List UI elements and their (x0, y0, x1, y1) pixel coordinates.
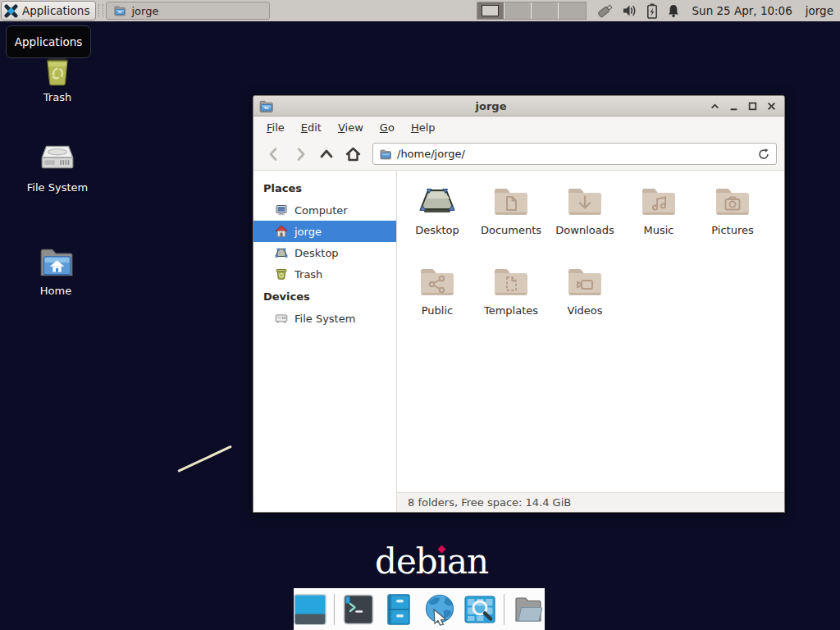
window-close-button[interactable] (765, 99, 778, 112)
menu-help[interactable]: Help (403, 118, 444, 137)
directory-menu-folder-icon (512, 593, 545, 626)
app-finder-icon (463, 593, 496, 626)
sidebar-header-devices: Devices (253, 285, 396, 308)
home-button[interactable] (340, 143, 366, 166)
system-tray (596, 2, 681, 19)
menu-file[interactable]: File (258, 118, 293, 137)
file-cabinet-icon (382, 593, 415, 626)
sidebar-item-label: jorge (294, 226, 322, 238)
back-icon (265, 145, 283, 163)
file-item-templates[interactable]: Templates (474, 262, 548, 343)
panel-grip[interactable] (98, 4, 103, 17)
menu-go[interactable]: Go (372, 118, 403, 137)
window-minimize-button[interactable] (727, 99, 740, 112)
dock-separator (504, 594, 504, 625)
window-maximize-button[interactable] (746, 99, 759, 112)
desktop-icon-home[interactable]: Home (15, 241, 97, 297)
shade-icon (710, 102, 719, 111)
workspace-4[interactable] (559, 2, 586, 19)
desktop-mini-icon (275, 246, 288, 259)
workspace-1[interactable] (477, 2, 504, 19)
taskbar-window-label: jorge (131, 5, 158, 17)
computer-icon (275, 203, 288, 217)
folder-camera-icon (713, 182, 752, 221)
top-panel: Applications jorge (0, 0, 840, 21)
menu-bar: File Edit View Go Help (253, 116, 784, 138)
taskbar-window-button[interactable]: jorge (106, 2, 270, 20)
file-item-label: Videos (567, 304, 602, 317)
sidebar-item-trash[interactable]: Trash (253, 263, 396, 285)
desktop-icon (418, 182, 457, 221)
panel-clock[interactable]: Sun 25 Apr, 10:06 (692, 4, 792, 17)
debian-logo-part1: deb (375, 541, 437, 582)
dock-terminal-button[interactable] (342, 592, 375, 626)
window-titlebar[interactable]: jorge (253, 96, 784, 116)
applications-menu-icon (4, 4, 18, 18)
dock-show-desktop-button[interactable] (294, 592, 326, 626)
folder-music-icon (639, 182, 678, 221)
workspace-3[interactable] (532, 2, 559, 19)
file-item-public[interactable]: Public (400, 262, 474, 343)
volume-icon[interactable] (622, 3, 638, 18)
applications-menu-button[interactable]: Applications (1, 1, 96, 21)
workspace-2[interactable] (504, 2, 532, 19)
window-title: jorge (274, 100, 708, 112)
folder-share-icon (418, 262, 457, 302)
toolbar: /home/jorge/ (253, 138, 784, 171)
sidebar-item-file-system[interactable]: File System (253, 308, 396, 329)
dock-file-manager-button[interactable] (382, 592, 415, 626)
menu-view[interactable]: View (330, 118, 372, 137)
workspace-window-preview (482, 5, 499, 16)
file-item-label: Downloads (555, 224, 614, 236)
file-item-label: Desktop (415, 224, 459, 236)
forward-button[interactable] (287, 143, 313, 166)
file-item-music[interactable]: Music (622, 182, 696, 262)
drive-mini-icon (275, 312, 288, 325)
sidebar-item-desktop[interactable]: Desktop (253, 242, 396, 263)
sidebar-header-places: Places (253, 176, 396, 199)
desktop-icon-label: Home (40, 285, 71, 297)
debian-logo-part2: an (447, 541, 488, 582)
sidebar-item-jorge[interactable]: jorge (253, 221, 396, 242)
home-icon (344, 145, 363, 163)
up-icon (317, 145, 336, 163)
removable-device-icon[interactable] (596, 2, 614, 19)
file-view[interactable]: Desktop Documents (397, 171, 784, 492)
dock-directory-menu-button[interactable] (512, 592, 545, 626)
notifications-bell-icon[interactable] (666, 3, 681, 19)
up-button[interactable] (313, 143, 340, 166)
path-folder-icon (379, 148, 392, 160)
sidebar-item-label: Desktop (294, 247, 339, 259)
file-item-desktop[interactable]: Desktop (400, 182, 474, 262)
desktop-icon-file-system[interactable]: File System (16, 138, 98, 194)
battery-charging-icon[interactable] (646, 3, 659, 19)
folder-template-icon (491, 262, 531, 302)
desktop-icon-label: Trash (43, 91, 71, 103)
file-manager-window: jorge File Edit View Go Help (253, 95, 785, 513)
panel-username[interactable]: jorge (806, 4, 833, 17)
folder-download-icon (565, 182, 605, 221)
sidebar-item-computer[interactable]: Computer (253, 199, 396, 221)
trash-mini-icon (275, 267, 288, 281)
minimize-icon (729, 102, 738, 111)
show-desktop-icon (294, 593, 326, 626)
dock (294, 588, 545, 630)
folder-document-icon (491, 182, 531, 221)
file-item-label: Documents (481, 224, 541, 236)
dock-web-browser-button[interactable] (423, 592, 456, 626)
home-red-icon (275, 225, 288, 238)
menu-edit[interactable]: Edit (293, 118, 330, 137)
file-item-documents[interactable]: Documents (474, 182, 548, 262)
path-bar[interactable]: /home/jorge/ (372, 143, 777, 165)
file-item-pictures[interactable]: Pictures (696, 182, 769, 262)
reload-icon[interactable] (757, 148, 770, 161)
file-item-label: Pictures (711, 224, 753, 236)
web-browser-icon (423, 593, 456, 626)
home-folder-icon (34, 241, 77, 281)
back-button[interactable] (261, 143, 287, 166)
window-shade-button[interactable] (708, 99, 721, 112)
file-item-videos[interactable]: Videos (548, 262, 622, 343)
file-item-downloads[interactable]: Downloads (548, 182, 622, 262)
dock-app-finder-button[interactable] (463, 592, 496, 626)
path-input[interactable]: /home/jorge/ (397, 148, 752, 160)
